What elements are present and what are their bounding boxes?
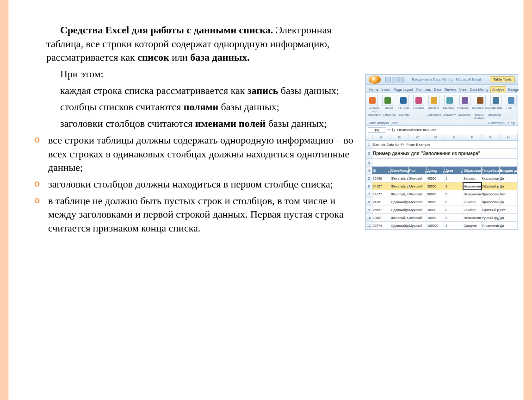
cell[interactable]: 12496 (372, 175, 390, 182)
cell[interactable]: Офисный работ (482, 182, 500, 190)
col-header-h[interactable]: H (500, 134, 518, 140)
col-header-e[interactable]: E (445, 134, 463, 140)
table-row[interactable]: 1127974Одинокий(ая)Мужской1600002Среднее… (366, 222, 518, 230)
cell[interactable]: 25597 (372, 206, 390, 213)
cell[interactable]: 70000 (427, 198, 445, 206)
table-row[interactable]: 714177Женатый, замужеЖенский800005Неокон… (366, 190, 518, 198)
col-header-b[interactable]: B (390, 134, 408, 140)
table-header-cell[interactable]: Тип работы (482, 167, 500, 174)
col-header-a[interactable]: A (372, 134, 390, 140)
ribbon-tab-design[interactable]: Design (507, 87, 520, 93)
row-num[interactable]: 4 (366, 167, 372, 174)
cell[interactable]: Нет (500, 206, 518, 213)
table-row[interactable]: 1013507Женатый, замужеЖенский100002Неоко… (366, 214, 518, 222)
row-1[interactable]: 1 Sample Data for Fill From Example (366, 141, 518, 149)
cell[interactable]: 0 (445, 198, 463, 206)
cell[interactable]: Неоконченное выс (463, 182, 481, 190)
ribbon-tab-formulas[interactable]: Formulas (415, 87, 432, 93)
cell[interactable]: Женский (409, 175, 427, 182)
qat-save-icon[interactable] (385, 77, 391, 82)
qat-undo-icon[interactable] (392, 77, 397, 82)
cell[interactable]: 30000 (427, 182, 445, 190)
cell[interactable]: 2 (445, 214, 463, 221)
row-num[interactable]: 3 (366, 159, 372, 166)
cell[interactable]: Неоконченное выс (463, 214, 481, 221)
table-row[interactable]: 925597Одинокий(ая)Мужской300000БаклаврОф… (366, 206, 518, 214)
table-header-cell[interactable]: ID (372, 167, 390, 174)
cell[interactable]: Одинокий(ая) (390, 198, 408, 206)
ribbon-tab-insert[interactable]: Insert (380, 87, 392, 93)
ribbon-button-4[interactable] (428, 95, 439, 106)
ribbon-tab-review[interactable]: Review (443, 87, 458, 93)
row-3[interactable]: 3 (366, 159, 518, 167)
cell[interactable]: Среднее (463, 222, 481, 229)
qat-redo-icon[interactable] (398, 77, 404, 82)
cell[interactable]: 14177 (372, 190, 390, 198)
cell[interactable]: Профессионал (482, 190, 500, 198)
ribbon-tab-analyze[interactable]: Analyze (490, 86, 507, 93)
cell-a3[interactable] (372, 159, 518, 166)
cell[interactable]: Одинокий(ая) (390, 222, 408, 229)
cell[interactable]: Да (500, 214, 518, 221)
cell[interactable]: Женатый, замуже (390, 175, 408, 182)
ribbon-button-7[interactable] (475, 95, 486, 106)
ribbon-tab-home[interactable]: Home (368, 87, 380, 93)
ribbon-button-6[interactable] (459, 95, 470, 106)
ribbon-tab-data[interactable]: Data (433, 87, 443, 93)
cell[interactable]: 5 (445, 190, 463, 198)
cell[interactable]: 27974 (372, 222, 390, 229)
table-row[interactable]: 512496Женатый, замужеЖенский400001Баклав… (366, 175, 518, 182)
namebox-dropdown-icon[interactable]: ▾ (388, 128, 390, 132)
cell[interactable]: Мужской (409, 206, 427, 213)
cell[interactable]: Мужской (409, 222, 427, 229)
row-num[interactable]: 7 (366, 190, 372, 198)
ribbon-button-1[interactable] (382, 95, 393, 106)
table-header-cell[interactable]: Образование (463, 167, 481, 174)
cell[interactable]: Да (500, 182, 518, 190)
col-header-f[interactable]: F (463, 134, 481, 140)
cell-a2[interactable]: Пример данных для "Заполнения из примера… (372, 149, 518, 158)
cell[interactable]: 160000 (427, 222, 445, 229)
row-num[interactable]: 6 (366, 182, 372, 190)
cell[interactable]: Да (500, 198, 518, 206)
cell[interactable]: Нет (500, 190, 518, 198)
row-num[interactable]: 5 (366, 175, 372, 182)
cell[interactable]: Баклавр (463, 175, 481, 182)
cell[interactable]: Женский (409, 214, 427, 221)
cell[interactable]: 0 (445, 206, 463, 213)
cell[interactable]: Мужской (409, 182, 427, 190)
row-num[interactable]: 1 (366, 141, 372, 148)
cell[interactable]: Да (500, 222, 518, 229)
cell[interactable]: Баклавр (463, 206, 481, 213)
cell-a1[interactable]: Sample Data for Fill From Example (372, 141, 518, 148)
cell[interactable]: Мужской (409, 198, 427, 206)
cell[interactable]: Квалифициров (482, 175, 500, 182)
col-header-g[interactable]: G (482, 134, 500, 140)
cell[interactable]: 13507 (372, 214, 390, 221)
cell[interactable]: 30000 (427, 206, 445, 213)
cell[interactable]: Неоконченное выс (463, 190, 481, 198)
table-header-cell[interactable]: Доход (427, 167, 445, 174)
ribbon-tab-page-layout[interactable]: Page Layout (392, 87, 414, 93)
cell[interactable]: 1 (445, 175, 463, 182)
fx-icon[interactable]: fx (392, 127, 396, 132)
row-num[interactable]: 9 (366, 206, 372, 213)
cell[interactable]: 2 (445, 222, 463, 229)
cell[interactable]: 10000 (427, 214, 445, 221)
ribbon-button-3[interactable] (413, 95, 424, 106)
cell[interactable]: 40000 (427, 175, 445, 182)
name-box[interactable]: F6 (368, 127, 386, 133)
cell[interactable]: Ручной труд (482, 214, 500, 221)
row-num[interactable]: 8 (366, 198, 372, 206)
ribbon-button-0[interactable] (367, 95, 378, 106)
table-row[interactable]: 824381Одинокий(ая)Мужской700000БаклаврПр… (366, 198, 518, 206)
cell[interactable]: Офисный работ (482, 206, 500, 213)
ribbon-tab-view[interactable]: View (458, 87, 468, 93)
cell[interactable]: Профессионал (482, 198, 500, 206)
ribbon-button-5[interactable] (444, 95, 455, 106)
worksheet-grid[interactable]: ABCDEFGH 1 Sample Data for Fill From Exa… (366, 134, 518, 230)
table-header-cell[interactable]: Семейное поло (390, 167, 408, 174)
table-row[interactable]: 624107Женатый, замужеМужской300003Неокон… (366, 182, 518, 190)
row-num[interactable]: 11 (366, 222, 372, 229)
cell[interactable]: Женатый, замуже (390, 190, 408, 198)
